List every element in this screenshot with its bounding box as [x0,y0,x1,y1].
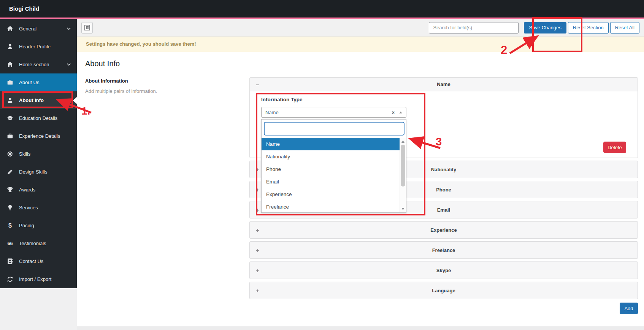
sidebar-item-services[interactable]: Services [0,199,77,217]
dropdown-option-freelance[interactable]: Freelance [262,201,400,212]
sidebar-item-label: Pricing [19,223,34,228]
expand-options-button[interactable] [81,22,93,33]
accordion-row-language[interactable]: +Language [249,282,638,299]
sidebar-item-testimonials[interactable]: 66Testimonials [0,234,77,252]
trophy-icon [7,187,14,193]
home-icon [7,26,14,32]
reset-section-button[interactable]: Reset Section [568,22,609,33]
sidebar-item-import-export[interactable]: Import / Export [0,270,77,288]
field-row: About Information Add multiple pairs of … [85,77,638,314]
sidebar-item-contact-us[interactable]: Contact Us [0,252,77,270]
scrollbar-thumb[interactable] [401,145,405,187]
sidebar-item-pricing[interactable]: $Pricing [0,217,77,234]
caret-up-icon [399,112,402,113]
field-description-column: About Information Add multiple pairs of … [85,77,249,314]
dropdown-option-list: NameNationalityPhoneEmailExperienceFreel… [262,138,400,212]
accordion-row-title: Skype [250,262,638,279]
sidebar-item-label: Home section [19,62,49,67]
accordion-row-title: Freelance [250,242,638,258]
site-title: Biogi Child [9,5,39,12]
sidebar-item-about-info[interactable]: About Info [0,91,77,109]
briefcase-icon [7,133,14,139]
home-icon [7,61,14,68]
search-input[interactable] [429,22,519,33]
add-row: Add [249,303,638,314]
dropdown-option-experience[interactable]: Experience [262,188,400,201]
sidebar: GeneralHeader ProfileHome sectionAbout U… [0,19,77,288]
reset-all-button[interactable]: Reset All [610,22,639,33]
content: Save Changes Reset Section Reset All Set… [77,19,644,330]
accordion-row-title: Experience [250,222,638,238]
dropdown-option-phone[interactable]: Phone [262,163,400,175]
sidebar-item-skills[interactable]: Skills [0,145,77,163]
page-title: About Info [85,59,638,68]
user-icon [7,43,14,50]
information-type-label: Information Type [261,97,631,102]
accordion-panel-name: − Name Information Type Name × [249,77,638,158]
svg-text:$: $ [8,222,12,229]
repeater-column: − Name Information Type Name × [249,77,638,314]
dollar-icon: $ [7,222,14,229]
sidebar-item-label: Design Skills [19,169,47,175]
accordion-row-experience[interactable]: +Experience [249,221,638,239]
select2-widget: Name × NameNationalityPhoneEmailExperien… [261,107,406,118]
sidebar-item-label: Experience Details [19,133,60,139]
dropdown-search-input[interactable] [264,122,404,136]
sidebar-item-about-us[interactable]: About Us [0,73,77,91]
delete-button[interactable]: Delete [603,142,626,153]
sidebar-item-label: Contact Us [19,258,43,264]
scrollbar-up-arrow-icon[interactable] [400,139,406,144]
information-type-select[interactable]: Name × [261,107,406,118]
accordion-body: Information Type Name × [250,91,638,118]
sidebar-item-label: Skills [19,151,30,157]
select2-dropdown: NameNationalityPhoneEmailExperienceFreel… [261,119,406,213]
gear-icon [7,151,14,157]
user-icon [7,97,14,104]
lightbulb-icon [7,204,14,211]
admin-bar: Biogi Child [0,0,644,18]
chevron-down-icon [66,62,71,67]
clear-selection-icon[interactable]: × [392,110,395,115]
dropdown-option-name[interactable]: Name [262,138,400,150]
scrollbar-down-arrow-icon[interactable] [400,206,406,211]
toolbar: Save Changes Reset Section Reset All [77,19,644,37]
sidebar-item-label: Testimonials [19,241,46,246]
sidebar-item-education-details[interactable]: Education Details [0,109,77,127]
dropdown-scrollbar[interactable] [400,138,406,212]
sidebar-item-label: Education Details [19,115,57,121]
options-page: About Info About Information Add multipl… [77,52,644,326]
quote-icon: 66 [7,240,14,247]
sync-icon [7,276,14,282]
dropdown-option-email[interactable]: Email [262,175,400,188]
sidebar-item-home-section[interactable]: Home section [0,56,77,73]
accordion-title: Name [250,78,638,91]
chevron-down-icon [66,26,71,32]
accordion-row-freelance[interactable]: +Freelance [249,241,638,259]
sidebar-item-label: About Us [19,80,39,85]
sidebar-item-awards[interactable]: Awards [0,181,77,199]
sidebar-item-label: Import / Export [19,276,51,282]
dropdown-results: NameNationalityPhoneEmailExperienceFreel… [262,138,406,212]
dropdown-option-nationality[interactable]: Nationality [262,150,400,163]
sidebar-item-header-profile[interactable]: Header Profile [0,38,77,56]
save-changes-button[interactable]: Save Changes [524,22,566,33]
footer-strip [77,326,644,330]
selected-value: Name [265,110,279,115]
unsaved-changes-notice: Settings have changed, you should save t… [77,37,644,52]
field-heading: About Information [85,78,249,84]
layout-expand-icon [84,25,90,30]
add-button[interactable]: Add [620,303,638,314]
active-section-pointer [73,97,77,104]
svg-text:66: 66 [7,241,13,246]
sidebar-item-label: Awards [19,187,35,193]
sidebar-item-label: Services [19,205,38,210]
sidebar-item-general[interactable]: General [0,20,77,38]
sidebar-item-experience-details[interactable]: Experience Details [0,127,77,145]
sidebar-item-label: General [19,26,36,32]
sidebar-item-design-skills[interactable]: Design Skills [0,163,77,181]
sidebar-item-label: Header Profile [19,44,51,49]
accordion-header-name[interactable]: − Name [250,78,638,91]
pencil-icon [7,169,14,175]
accordion-row-skype[interactable]: +Skype [249,261,638,279]
address-book-icon [7,258,14,265]
